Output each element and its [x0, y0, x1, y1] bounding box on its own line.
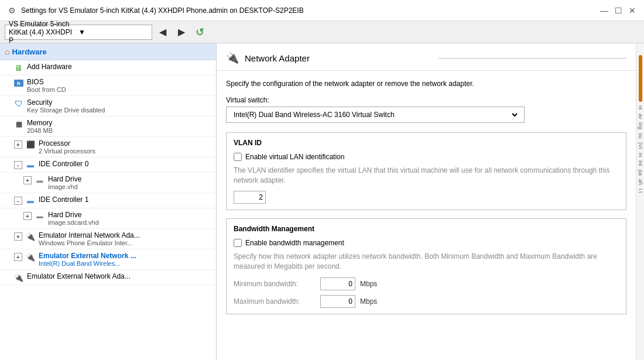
external-net-label: Emulator External Network ...: [39, 252, 211, 260]
internal-net-expand[interactable]: +: [14, 232, 22, 241]
bandwidth-checkbox-label: Enable bandwidth management: [245, 239, 344, 247]
vlan-section-title: VLAN ID: [234, 139, 619, 147]
external-net-icon: 🔌: [26, 252, 35, 262]
vlan-checkbox-row: Enable virtual LAN identification: [234, 153, 619, 161]
vlan-description: The VLAN identifier specifies the virtua…: [234, 166, 619, 186]
sidebar-item-hd1[interactable]: + ▬ Hard Drive image.sdcard.vhd: [0, 208, 216, 229]
sidebar-item-add-hardware[interactable]: 🖥 Add Hardware: [0, 60, 216, 76]
close-button[interactable]: ✕: [628, 6, 637, 15]
min-bandwidth-label: Minimum bandwidth:: [234, 280, 316, 288]
sidebar-item-processor[interactable]: + ⬛ Processor 2 Virtual processors: [0, 137, 216, 157]
ide0-label: IDE Controller 0: [39, 160, 211, 168]
right-strip-text-int: int: [638, 160, 643, 166]
right-strip-text-ou: ou: [638, 133, 643, 139]
vlan-checkbox-label: Enable virtual LAN identification: [245, 153, 344, 161]
right-strip-bar: [639, 55, 642, 102]
hardware-section-header[interactable]: ⌂ Hardware: [0, 43, 216, 60]
bios-icon: B: [14, 78, 23, 88]
hd1-expand[interactable]: +: [23, 212, 32, 220]
bios-label: BIOS: [27, 78, 211, 86]
right-strip-text-vi: (VI: [638, 142, 643, 149]
refresh-button[interactable]: ↺: [192, 25, 208, 40]
memory-label: Memory: [27, 119, 211, 127]
bandwidth-section: Bandwidth Management Enable bandwidth ma…: [226, 218, 626, 314]
hardware-section-label: Hardware: [12, 47, 46, 56]
maximize-button[interactable]: ☐: [614, 6, 623, 15]
internal-net-sub: Windows Phone Emulator Inter...: [39, 239, 211, 246]
bandwidth-checkbox-row: Enable bandwidth management: [234, 239, 619, 247]
sidebar-item-internal-net[interactable]: + 🔌 Emulator Internal Network Ada... Win…: [0, 229, 216, 249]
min-bandwidth-input[interactable]: [320, 277, 355, 290]
sidebar-item-memory[interactable]: ▦ Memory 2048 MB: [0, 116, 216, 137]
external-net2-label: Emulator External Network Ada...: [27, 272, 211, 280]
sidebar-item-security[interactable]: 🛡 Security Key Storage Drive disabled: [0, 96, 216, 116]
ide0-expand[interactable]: -: [14, 161, 22, 169]
virtual-switch-select[interactable]: Intel(R) Dual Band Wireless-AC 3160 Virt…: [231, 110, 519, 119]
processor-expand[interactable]: +: [14, 140, 22, 149]
app-icon: ⚙: [7, 6, 16, 15]
right-strip-text-m: m: [638, 153, 643, 157]
security-sub: Key Storage Drive disabled: [27, 107, 211, 114]
minimize-button[interactable]: —: [600, 6, 609, 15]
vlan-section: VLAN ID Enable virtual LAN identificatio…: [226, 132, 626, 211]
max-bandwidth-input[interactable]: [320, 295, 355, 308]
vm-selector-dropdown[interactable]: VS Emulator 5-inch KitKat (4.4) XXHDPI P…: [5, 25, 152, 40]
right-strip-text-av: av: [638, 114, 643, 119]
title-bar-left: ⚙ Settings for VS Emulator 5-inch KitKat…: [7, 6, 304, 15]
forward-button[interactable]: ▶: [173, 25, 190, 40]
content-header: 🔌 Network Adapter: [217, 43, 636, 71]
sidebar-item-bios[interactable]: B BIOS Boot from CD: [0, 76, 216, 96]
hd1-icon: ▬: [35, 211, 44, 221]
bios-sub: Boot from CD: [27, 86, 211, 93]
hardware-section-icon: ⌂: [5, 47, 9, 56]
back-button[interactable]: ◀: [155, 25, 171, 40]
title-bar-controls: — ☐ ✕: [600, 6, 637, 15]
right-strip-text-ing: ing: [638, 122, 643, 129]
bandwidth-section-title: Bandwidth Management: [234, 225, 619, 233]
memory-sub: 2048 MB: [27, 127, 211, 134]
max-bandwidth-label: Maximum bandwidth:: [234, 297, 316, 306]
content-body: Specify the configuration of the network…: [217, 71, 636, 331]
min-bandwidth-row: Minimum bandwidth: Mbps: [234, 277, 619, 290]
bandwidth-description: Specify how this network adapter utilize…: [234, 252, 619, 272]
main-layout: ⌂ Hardware 🖥 Add Hardware B BIOS Boot fr…: [0, 43, 644, 360]
sidebar-item-external-net2[interactable]: 🔌 Emulator External Network Ada...: [0, 270, 216, 285]
vlan-checkbox[interactable]: [234, 153, 242, 161]
right-strip-text-ah: ah: [638, 179, 643, 185]
right-strip-text-it: I t: [638, 188, 643, 193]
network-adapter-icon: 🔌: [226, 52, 239, 64]
memory-icon: ▦: [14, 119, 23, 129]
hd0-sub: image.vhd: [48, 183, 211, 190]
right-strip-text-pa: pa: [638, 170, 643, 176]
hd0-expand[interactable]: +: [23, 176, 32, 184]
hd1-sub: image.sdcard.vhd: [48, 219, 211, 226]
sidebar: ⌂ Hardware 🖥 Add Hardware B BIOS Boot fr…: [0, 43, 217, 360]
ide1-expand[interactable]: -: [14, 197, 22, 205]
hd0-label: Hard Drive: [48, 175, 211, 183]
sidebar-item-external-net[interactable]: + 🔌 Emulator External Network ... Intel(…: [0, 249, 216, 270]
sidebar-item-hd0[interactable]: + ▬ Hard Drive image.vhd: [0, 173, 216, 193]
hd0-icon: ▬: [35, 176, 44, 185]
vlan-id-field: [234, 191, 619, 204]
internal-net-icon: 🔌: [26, 232, 35, 241]
processor-label: Processor: [39, 139, 211, 148]
external-net-expand[interactable]: +: [14, 253, 22, 261]
processor-icon: ⬛: [26, 140, 35, 149]
max-bandwidth-row: Maximum bandwidth: Mbps: [234, 295, 619, 308]
add-hardware-label: Add Hardware: [27, 63, 211, 71]
security-icon: 🛡: [14, 99, 23, 108]
sidebar-item-ide0[interactable]: - ▬ IDE Controller 0: [0, 157, 216, 173]
security-label: Security: [27, 98, 211, 107]
content-title: Network Adapter: [245, 53, 433, 63]
virtual-switch-label: Virtual switch:: [226, 96, 626, 104]
content-area: 🔌 Network Adapter Specify the configurat…: [217, 43, 636, 360]
ide1-label: IDE Controller 1: [39, 196, 211, 204]
virtual-switch-select-box[interactable]: Intel(R) Dual Band Wireless-AC 3160 Virt…: [226, 107, 525, 123]
hd1-label: Hard Drive: [48, 211, 211, 219]
min-bandwidth-unit: Mbps: [360, 280, 377, 288]
bandwidth-checkbox[interactable]: [234, 239, 242, 247]
external-net2-icon: 🔌: [14, 273, 23, 282]
header-line: [439, 58, 626, 59]
vlan-id-input[interactable]: [234, 191, 266, 204]
sidebar-item-ide1[interactable]: - ▬ IDE Controller 1: [0, 193, 216, 208]
